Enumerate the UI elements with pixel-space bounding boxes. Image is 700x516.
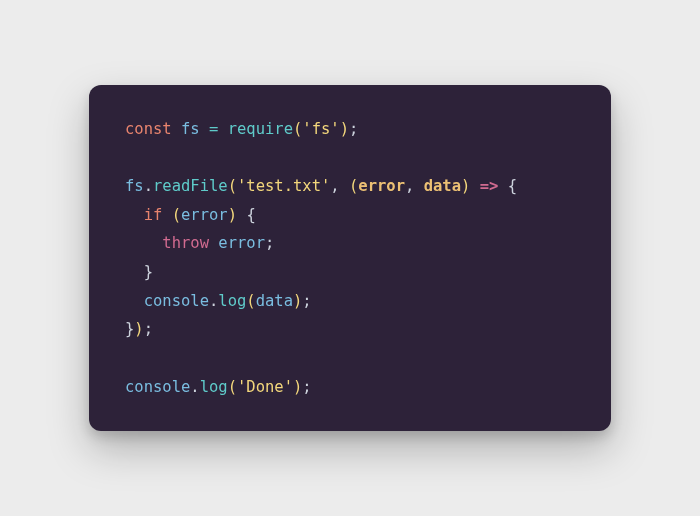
- string-testfile: 'test.txt': [237, 177, 330, 195]
- dot: .: [190, 378, 199, 396]
- paren-close: ): [461, 177, 470, 195]
- paren-close: ): [293, 292, 302, 310]
- method-readfile: readFile: [153, 177, 228, 195]
- brace-open: {: [508, 177, 517, 195]
- space: [237, 206, 246, 224]
- indent: [125, 292, 144, 310]
- arrow-function: =>: [470, 177, 507, 195]
- var-console: console: [125, 378, 190, 396]
- brace-open: {: [246, 206, 255, 224]
- var-fs: fs: [181, 120, 200, 138]
- indent: [125, 263, 144, 281]
- space: [209, 234, 218, 252]
- dot: .: [209, 292, 218, 310]
- brace-close: }: [144, 263, 153, 281]
- func-require: require: [228, 120, 293, 138]
- operator-equals: =: [200, 120, 228, 138]
- paren-open: (: [246, 292, 255, 310]
- var-error: error: [181, 206, 228, 224]
- semicolon: ;: [144, 320, 153, 338]
- paren-close: ): [134, 320, 143, 338]
- paren-open: (: [228, 378, 237, 396]
- code-snippet-card: const fs = require('fs'); fs.readFile('t…: [89, 85, 611, 432]
- code-block: const fs = require('fs'); fs.readFile('t…: [125, 115, 575, 402]
- keyword-throw: throw: [162, 234, 209, 252]
- method-log: log: [218, 292, 246, 310]
- semicolon: ;: [265, 234, 274, 252]
- string-fs: 'fs': [302, 120, 339, 138]
- semicolon: ;: [302, 378, 311, 396]
- comma: ,: [330, 177, 349, 195]
- keyword-const: const: [125, 120, 172, 138]
- space: [162, 206, 171, 224]
- param-data: data: [424, 177, 461, 195]
- var-error: error: [218, 234, 265, 252]
- var-fs: fs: [125, 177, 144, 195]
- paren-close: ): [228, 206, 237, 224]
- comma: ,: [405, 177, 424, 195]
- method-log: log: [200, 378, 228, 396]
- paren-open: (: [172, 206, 181, 224]
- paren-open: (: [349, 177, 358, 195]
- string-done: 'Done': [237, 378, 293, 396]
- paren-open: (: [228, 177, 237, 195]
- param-error: error: [358, 177, 405, 195]
- var-data: data: [256, 292, 293, 310]
- indent: [125, 234, 162, 252]
- keyword-if: if: [144, 206, 163, 224]
- indent: [125, 206, 144, 224]
- brace-close: }: [125, 320, 134, 338]
- dot: .: [144, 177, 153, 195]
- paren-close: ): [293, 378, 302, 396]
- semicolon: ;: [349, 120, 358, 138]
- paren-close: ): [340, 120, 349, 138]
- var-console: console: [144, 292, 209, 310]
- semicolon: ;: [302, 292, 311, 310]
- paren-open: (: [293, 120, 302, 138]
